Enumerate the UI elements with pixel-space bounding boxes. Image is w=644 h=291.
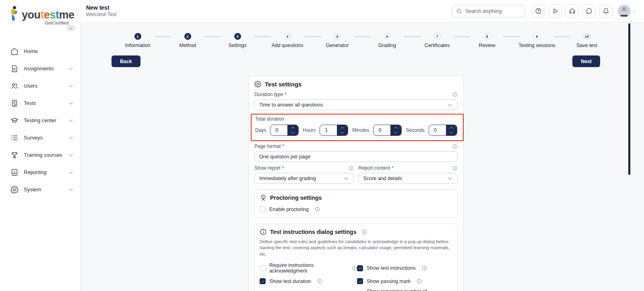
report-chart-icon [10, 168, 19, 176]
show-test-duration-checkbox[interactable] [260, 278, 266, 284]
search-input[interactable] [465, 8, 520, 14]
spinner-up-button[interactable] [337, 125, 348, 130]
sidebar-item-label: Training courses [24, 152, 68, 158]
info-icon[interactable] [452, 144, 458, 149]
sidebar-item-home[interactable]: Home [0, 43, 80, 60]
chat-button[interactable] [582, 4, 596, 18]
app-window: youtestme GetCertified « Home Assignment… [0, 0, 644, 291]
page-title: New test [86, 4, 116, 12]
step-grading[interactable]: 6Grading [362, 33, 412, 48]
step-review[interactable]: 8Review [462, 33, 512, 48]
notifications-button[interactable] [599, 4, 613, 18]
help-button[interactable] [532, 4, 545, 18]
sidebar-item-reporting[interactable]: Reporting [0, 164, 80, 181]
info-icon[interactable] [452, 166, 458, 171]
spinner-down-button[interactable] [287, 130, 298, 135]
trophy-icon [10, 151, 19, 159]
page-subtitle: Welcome Test [86, 12, 116, 18]
info-icon[interactable] [422, 266, 427, 271]
chevron-down-icon [447, 176, 453, 181]
instructions-dialog-title: Test instructions dialog settings [270, 229, 356, 235]
show-test-instructions-checkbox[interactable] [357, 265, 363, 271]
report-content-label: Report content [359, 165, 390, 171]
global-search[interactable] [452, 5, 525, 17]
duration-type-select[interactable]: Time to answer all questions [254, 99, 458, 110]
hours-spinner[interactable]: 1 [320, 125, 348, 136]
step-certificates[interactable]: 7Certificates [412, 33, 462, 48]
step-settings[interactable]: 3Settings [213, 33, 262, 48]
step-add-questions[interactable]: 4Add questions [262, 33, 312, 48]
show-passing-mark-checkbox[interactable] [357, 278, 363, 284]
enable-proctoring-checkbox[interactable] [260, 206, 266, 212]
step-testing-sessions[interactable]: 9Testing sessions [512, 33, 562, 48]
next-button[interactable]: Next [572, 55, 600, 67]
tour-button[interactable] [549, 4, 562, 18]
enable-proctoring-label: Enable proctoring [269, 207, 309, 212]
info-circle-icon [260, 228, 267, 236]
sidebar-item-training-courses[interactable]: Training courses [0, 146, 80, 164]
info-icon[interactable] [352, 266, 357, 271]
show-report-select[interactable]: Immediately after grading [254, 173, 354, 184]
sidebar-item-assignments[interactable]: Assignments [0, 60, 80, 77]
chevron-down-icon [68, 152, 74, 158]
proctoring-settings-card: Proctoring settings Enable proctoring [254, 189, 458, 218]
sidebar-item-label: Testing center [24, 117, 68, 123]
graduation-cap-icon [10, 117, 19, 125]
step-method[interactable]: 2Method [163, 33, 213, 48]
sidebar-item-label: Surveys [24, 135, 68, 141]
sidebar-item-testing-center[interactable]: Testing center [0, 112, 80, 129]
spinner-up-button[interactable] [446, 125, 457, 130]
spinner-down-button[interactable] [446, 130, 457, 135]
spinner-down-button[interactable] [337, 130, 348, 135]
sidebar-item-label: Tests [24, 100, 68, 106]
test-icon [10, 99, 19, 107]
spinner-down-button[interactable] [390, 130, 401, 135]
days-spinner[interactable]: 0 [270, 125, 299, 136]
info-icon[interactable] [315, 207, 320, 212]
step-save-test[interactable]: 10Save test [562, 33, 612, 48]
require-acknowledgment-checkbox[interactable] [260, 265, 266, 271]
step-generator[interactable]: 5Generator [312, 33, 362, 48]
user-menu[interactable] [618, 5, 637, 17]
brand-name: youtestme [22, 9, 74, 21]
duration-type-label: Duration type [254, 92, 283, 97]
step-information[interactable]: 1Information [113, 33, 163, 48]
youtestme-logo-mark [9, 6, 19, 23]
list-icon [10, 134, 19, 142]
sidebar-item-system[interactable]: System [0, 181, 80, 198]
info-icon[interactable] [452, 92, 458, 97]
sidebar-item-label: Users [24, 83, 68, 89]
sidebar-item-surveys[interactable]: Surveys [0, 129, 80, 146]
info-icon[interactable] [317, 279, 322, 284]
back-button[interactable]: Back [111, 55, 140, 67]
home-icon [10, 47, 19, 55]
minutes-spinner[interactable]: 0 [373, 125, 402, 136]
total-duration-highlight: Total duration Days 0 Hours 1 Minutes [251, 114, 464, 141]
spinner-up-button[interactable] [390, 125, 401, 130]
seconds-spinner[interactable]: 0 [429, 125, 457, 136]
support-button[interactable] [566, 4, 579, 18]
sidebar-item-tests[interactable]: Tests [0, 94, 80, 112]
instructions-dialog-description: Define specific test rules and guideline… [260, 239, 452, 257]
chevron-down-icon [68, 187, 74, 193]
page-format-field[interactable]: One question per page [254, 151, 458, 162]
sidebar: youtestme GetCertified « Home Assignment… [0, 0, 80, 291]
report-content-select[interactable]: Score and details [359, 173, 458, 184]
avatar[interactable] [618, 5, 630, 17]
sidebar-collapse-button[interactable]: « [66, 25, 75, 31]
wizard-stepper: 1Information 2Method 3Settings 4Add ques… [80, 33, 644, 48]
sidebar-item-label: System [24, 186, 68, 193]
brand-logo: youtestme GetCertified « [0, 0, 80, 39]
sidebar-item-users[interactable]: Users [0, 77, 80, 94]
info-icon[interactable] [349, 166, 354, 171]
chevron-down-icon [68, 135, 74, 141]
chevron-down-icon [68, 100, 74, 106]
chevron-down-icon [343, 176, 349, 181]
vertical-scrollbar[interactable] [628, 23, 630, 175]
info-icon[interactable] [417, 279, 422, 284]
test-settings-card: Test settings Duration type * Time to an… [248, 76, 464, 291]
page-format-label: Page format [254, 143, 281, 149]
spinner-up-button[interactable] [287, 125, 298, 130]
chevron-down-icon [68, 170, 74, 175]
info-icon[interactable] [362, 230, 367, 235]
